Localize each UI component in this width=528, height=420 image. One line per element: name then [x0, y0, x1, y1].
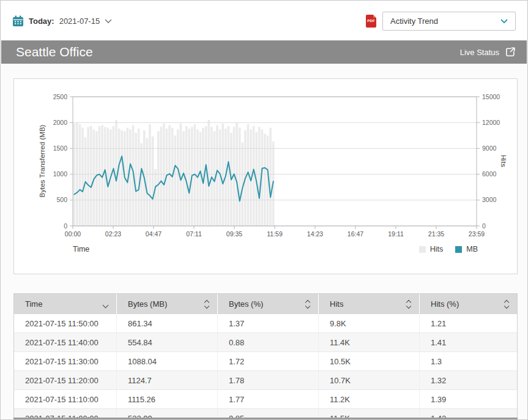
table-cell: 1.41 — [420, 333, 517, 351]
hits-bar — [81, 128, 84, 226]
external-link-icon — [505, 47, 516, 58]
hits-bar — [253, 126, 255, 226]
hits-bar — [106, 128, 109, 226]
legend-item-hits[interactable]: Hits — [419, 245, 444, 253]
table-row: 2021-07-15 11:20:001124.71.7810.7K1.32 — [14, 371, 517, 390]
hits-bar — [221, 124, 224, 226]
table-body: 2021-07-15 11:50:00861.341.379.8K1.21202… — [14, 314, 517, 420]
x-tick-label: 21:35 — [428, 230, 444, 238]
hits-bar — [90, 126, 92, 226]
hits-bar — [239, 128, 241, 226]
dashboard-page: Today: 2021-07-15 PDF Activity Trend Sea… — [0, 0, 528, 420]
table-cell: 1115.26 — [117, 390, 218, 408]
sort-icon — [205, 301, 209, 308]
hits-bar — [73, 124, 75, 226]
table-cell: 1.77 — [218, 390, 319, 408]
hits-bar — [205, 126, 207, 226]
table-cell: 11.4K — [319, 333, 420, 351]
hits-bar — [258, 127, 261, 226]
hits-bar — [157, 131, 160, 226]
hits-bar — [152, 137, 154, 226]
hits-bar — [185, 126, 188, 226]
hits-bar — [154, 169, 157, 226]
x-tick-label: 19:11 — [388, 230, 404, 238]
column-label: Hits — [330, 299, 343, 309]
hits-bar — [264, 133, 266, 226]
mb-swatch-icon — [455, 246, 462, 253]
top-bar: Today: 2021-07-15 PDF Activity Trend — [1, 1, 527, 40]
hits-bar — [174, 135, 176, 226]
hits-bar — [199, 132, 202, 226]
table-row: 2021-07-15 11:10:001115.261.7711.2K1.39 — [14, 390, 517, 409]
table-cell: 1.78 — [218, 371, 319, 389]
hits-bar — [146, 138, 149, 226]
hits-bar — [168, 125, 171, 226]
x-tick-label: 14:23 — [307, 230, 323, 238]
y-right-tick-label: 6000 — [482, 170, 497, 178]
x-tick-label: 16:47 — [348, 230, 363, 238]
hits-bar — [163, 124, 165, 226]
hits-bar — [118, 129, 121, 226]
table-header-cell[interactable]: Hits (%) — [420, 294, 517, 314]
table-cell: 0.88 — [218, 333, 319, 351]
hits-bar — [160, 127, 163, 226]
live-status-label: Live Status — [460, 48, 499, 57]
y-left-tick-label: 0 — [64, 222, 67, 230]
x-tick-label: 02:23 — [105, 230, 121, 238]
hits-bar — [207, 120, 210, 226]
table-cell: 2021-07-15 11:40:00 — [14, 333, 117, 351]
table-header-row: TimeBytes (MB)Bytes (%)HitsHits (%) — [14, 294, 517, 314]
y-right-tick-label: 3000 — [482, 196, 497, 203]
table-cell: 1088.04 — [117, 352, 218, 370]
export-pdf-icon[interactable]: PDF — [366, 15, 376, 28]
table-cell: 10.7K — [319, 371, 420, 389]
hits-bar — [95, 131, 98, 226]
x-tick-label: 07:11 — [186, 230, 202, 238]
activity-table: TimeBytes (MB)Bytes (%)HitsHits (%) 2021… — [13, 293, 518, 420]
page-title: Seattle Office — [16, 45, 93, 59]
chevron-down-icon — [105, 19, 112, 23]
table-header-cell[interactable]: Hits — [319, 294, 420, 314]
pdf-icon-label: PDF — [367, 19, 375, 23]
sort-desc-icon — [103, 299, 108, 310]
x-tick-label: 09:35 — [226, 230, 242, 238]
column-label: Hits (%) — [431, 299, 459, 309]
page-header: Seattle Office Live Status — [1, 40, 527, 64]
date-picker[interactable]: Today: 2021-07-15 — [12, 15, 112, 27]
hits-swatch-icon — [419, 246, 426, 253]
legend-item-mb[interactable]: MB — [455, 245, 478, 253]
x-axis-title: Time — [73, 245, 89, 253]
live-status-link[interactable]: Live Status — [460, 47, 516, 58]
y-left-tick-label: 2000 — [53, 119, 68, 126]
legend-hits-label: Hits — [430, 245, 444, 253]
hits-bar — [135, 133, 137, 226]
column-label: Bytes (%) — [229, 299, 263, 309]
y-left-axis-title: Bytes Transferred (MB) — [39, 124, 46, 197]
y-right-tick-label: 0 — [482, 222, 486, 230]
report-controls: PDF Activity Trend — [366, 12, 516, 31]
table-cell: 2021-07-15 11:10:00 — [14, 390, 117, 408]
sort-icon — [407, 301, 411, 308]
table-cell: 1.37 — [218, 314, 319, 332]
table-footer-bar — [13, 418, 518, 419]
hits-bar — [228, 126, 230, 226]
column-label: Bytes (MB) — [128, 299, 167, 309]
table-cell: 9.8K — [319, 314, 420, 332]
table-cell: 1.72 — [218, 352, 319, 370]
selected-date: 2021-07-15 — [59, 17, 100, 26]
hits-bar — [138, 129, 140, 226]
table-header-cell[interactable]: Bytes (MB) — [117, 294, 218, 314]
hits-bar — [87, 127, 89, 226]
table-cell: 1.3 — [420, 352, 517, 370]
x-tick-label: 11:59 — [267, 230, 283, 238]
hits-bar — [149, 124, 151, 226]
table-cell: 2021-07-15 11:50:00 — [14, 314, 117, 332]
report-type-value: Activity Trend — [390, 17, 438, 26]
x-tick-label: 23:59 — [469, 230, 485, 238]
table-header-cell[interactable]: Time — [14, 294, 117, 314]
y-left-tick-label: 1500 — [53, 144, 68, 152]
table-cell: 1124.7 — [117, 371, 218, 389]
report-type-dropdown[interactable]: Activity Trend — [382, 12, 516, 31]
table-cell: 1.21 — [420, 314, 517, 332]
table-header-cell[interactable]: Bytes (%) — [218, 294, 319, 314]
